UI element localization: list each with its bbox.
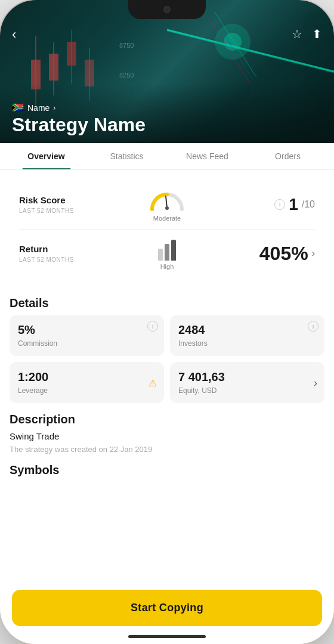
svg-rect-5 — [67, 42, 76, 66]
tab-overview[interactable]: Overview — [6, 143, 86, 169]
investors-card: 2484 Investors i — [170, 315, 324, 356]
phone-screen: 8750 8250 ‹ ☆ ⬆ 🇿🇦 Name — [0, 0, 334, 644]
investors-value: 2484 — [178, 323, 316, 337]
strategy-title: Strategy Name — [12, 114, 146, 136]
equity-value: 7 401,63 — [178, 370, 316, 384]
details-section-title: Details — [0, 287, 334, 315]
risk-score-value-container: i 1/10 — [217, 195, 315, 214]
return-value: 405% — [259, 243, 308, 265]
start-copying-button[interactable]: Start Copying — [12, 590, 322, 626]
svg-rect-7 — [85, 60, 94, 86]
commission-card: 5% Commission i — [10, 315, 164, 356]
investors-info-icon[interactable]: i — [308, 321, 318, 332]
svg-text:8250: 8250 — [119, 72, 134, 79]
tabs-bar: Overview Statistics News Feed Orders — [0, 143, 334, 170]
risk-score-left: Risk Score LAST 52 MONTHS — [19, 195, 117, 214]
description-sub-text: The strategy was created on 22 Jan 2019 — [10, 445, 324, 454]
svg-line-17 — [166, 196, 167, 208]
notch — [128, 0, 206, 19]
flag-icon: 🇿🇦 — [12, 102, 24, 113]
symbols-section: Symbols — [0, 463, 334, 477]
equity-card[interactable]: 7 401,63 Equity, USD › — [170, 362, 324, 403]
return-bar-chart — [158, 237, 176, 261]
phone-frame: 8750 8250 ‹ ☆ ⬆ 🇿🇦 Name — [0, 0, 334, 644]
back-button[interactable]: ‹ — [12, 27, 16, 42]
symbols-section-title: Symbols — [10, 463, 324, 477]
risk-score-value: 1 — [289, 195, 298, 214]
tab-orders[interactable]: Orders — [248, 143, 328, 169]
svg-text:8750: 8750 — [119, 42, 134, 49]
bookmark-icon[interactable]: ☆ — [292, 27, 302, 41]
commission-value: 5% — [18, 323, 156, 337]
return-chevron-icon: › — [312, 248, 315, 259]
home-indicator — [128, 635, 206, 638]
owner-name: Name — [27, 103, 50, 113]
card-divider — [19, 229, 315, 230]
share-icon[interactable]: ⬆ — [312, 27, 322, 41]
risk-score-label: Risk Score — [19, 195, 117, 205]
camera — [163, 6, 171, 13]
return-value-container[interactable]: 405% › — [217, 243, 315, 265]
return-bar-container: High — [117, 237, 216, 270]
gauge-label: Moderate — [153, 215, 181, 222]
risk-info-icon[interactable]: i — [274, 199, 285, 210]
equity-label: Equity, USD — [178, 386, 316, 395]
leverage-label: Leverage — [18, 386, 156, 395]
bar-1 — [158, 249, 163, 261]
tab-statistics[interactable]: Statistics — [86, 143, 167, 169]
return-row: Return LAST 52 MONTHS High 405% › — [19, 237, 315, 270]
risk-score-card: Risk Score LAST 52 MONTHS — [10, 177, 324, 280]
commission-info-icon[interactable]: i — [147, 321, 158, 332]
tab-newsfeed[interactable]: News Feed — [167, 143, 248, 169]
description-main-text: Swing Trade — [10, 431, 324, 441]
investors-label: Investors — [178, 339, 316, 348]
svg-point-18 — [165, 206, 169, 210]
details-grid: 5% Commission i 2484 Investors i — [0, 315, 334, 403]
risk-score-period: LAST 52 MONTHS — [19, 208, 117, 214]
bar-2 — [165, 244, 169, 261]
header-actions: ☆ ⬆ — [292, 27, 322, 41]
owner-chevron: › — [53, 104, 55, 112]
details-section: Details 5% Commission i 2484 Investors — [0, 287, 334, 403]
gauge-icon — [146, 187, 188, 213]
equity-chevron-icon: › — [314, 376, 317, 389]
return-left: Return LAST 52 MONTHS — [19, 244, 117, 263]
risk-gauge-container: Moderate — [117, 187, 216, 222]
leverage-warning-icon: ⚠ — [149, 377, 157, 388]
header-image: 8750 8250 ‹ ☆ ⬆ 🇿🇦 Name — [0, 0, 334, 143]
description-section: Description Swing Trade The strategy was… — [0, 413, 334, 454]
bar-3 — [171, 240, 176, 261]
commission-label: Commission — [18, 339, 156, 348]
svg-rect-3 — [49, 54, 58, 80]
return-period: LAST 52 MONTHS — [19, 256, 117, 263]
description-section-title: Description — [10, 413, 324, 426]
return-label: Return — [19, 244, 117, 254]
risk-score-suffix: /10 — [302, 199, 315, 210]
bottom-bar: Start Copying — [0, 590, 334, 626]
return-bar-label: High — [160, 263, 174, 270]
strategy-owner-row[interactable]: 🇿🇦 Name › — [12, 102, 55, 113]
leverage-card: 1:200 Leverage ⚠ — [10, 362, 164, 403]
content-area: Risk Score LAST 52 MONTHS — [0, 170, 334, 641]
leverage-value: 1:200 — [18, 370, 156, 384]
